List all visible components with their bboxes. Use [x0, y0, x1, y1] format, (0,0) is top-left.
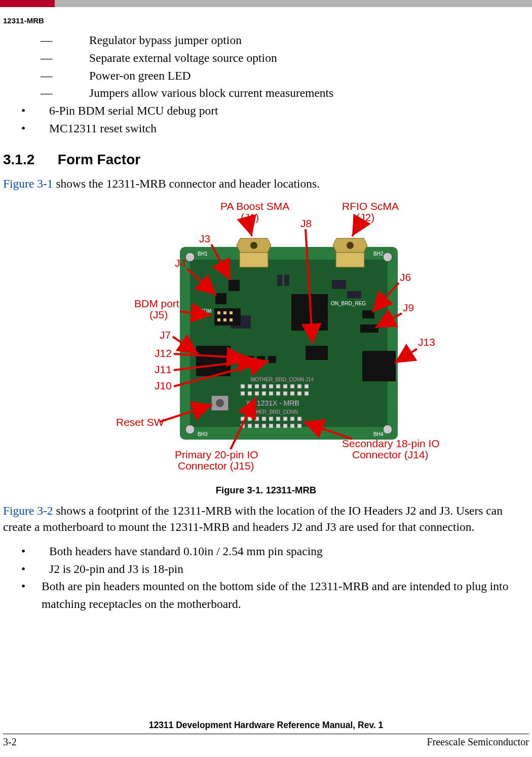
- bullet-mark: •: [3, 120, 49, 137]
- reset-switch-icon: [211, 395, 229, 411]
- svg-text:BH4: BH4: [373, 431, 384, 437]
- list-text: MC12311 reset switch: [49, 120, 157, 137]
- svg-rect-61: [290, 391, 294, 395]
- svg-line-92: [395, 349, 417, 363]
- list-text: Both are pin headers mounted on the bott…: [42, 578, 529, 613]
- svg-line-84: [248, 223, 252, 236]
- list-item: • Both are pin headers mounted on the bo…: [3, 578, 529, 613]
- svg-rect-45: [248, 384, 252, 388]
- svg-rect-78: [262, 424, 266, 428]
- svg-rect-52: [297, 384, 301, 388]
- bullet-mark: •: [3, 560, 49, 578]
- svg-rect-44: [241, 384, 245, 388]
- list-item: • Both headers have standard 0.10in / 2.…: [3, 543, 529, 560]
- dash-mark: —: [3, 84, 89, 102]
- svg-rect-57: [262, 391, 266, 395]
- page-footer: 12311 Development Hardware Reference Man…: [3, 720, 529, 748]
- svg-rect-70: [269, 417, 273, 421]
- label-j9: J9: [403, 302, 414, 313]
- paragraph-text: shows a footprint of the 12311-MRB with …: [3, 504, 503, 533]
- list-item: — Jumpers allow various block current me…: [3, 84, 529, 102]
- svg-rect-17: [277, 275, 282, 286]
- svg-rect-80: [276, 424, 280, 428]
- svg-rect-77: [255, 424, 259, 428]
- svg-rect-48: [269, 384, 273, 388]
- label-j13: J13: [418, 336, 435, 348]
- sma-j2: [333, 238, 367, 267]
- bullet-list-top: • 6-Pin BDM serial MCU debug port • MC12…: [3, 102, 529, 137]
- list-text: J2 is 20-pin and J3 is 18-pin: [49, 560, 183, 578]
- label-j8: J8: [300, 218, 312, 229]
- figure-reference-link[interactable]: Figure 3-1: [3, 177, 53, 190]
- footer-rule: [3, 734, 529, 734]
- label-j10: J10: [155, 380, 172, 391]
- label-bdm: BDM port: [134, 298, 179, 309]
- svg-rect-23: [215, 293, 226, 304]
- dash-mark: —: [3, 49, 89, 67]
- board-diagram: BH1 BH2 BH3 BH4: [79, 199, 453, 483]
- svg-rect-54: [241, 391, 245, 395]
- svg-rect-68: [255, 417, 259, 421]
- svg-point-4: [185, 425, 195, 434]
- label-j3: J3: [199, 233, 210, 244]
- list-item: • MC12311 reset switch: [3, 120, 529, 137]
- svg-point-15: [347, 242, 354, 249]
- label-primary: Primary 20-pin IO: [175, 449, 258, 460]
- figure-3-1: BH1 BH2 BH3 BH4: [3, 199, 529, 496]
- svg-rect-67: [248, 417, 252, 421]
- svg-rect-18: [284, 275, 289, 286]
- svg-rect-83: [297, 424, 301, 428]
- svg-point-12: [250, 242, 257, 249]
- dash-list: — Regulator bypass jumper option — Separ…: [3, 31, 529, 102]
- svg-rect-33: [360, 325, 378, 333]
- svg-rect-69: [262, 417, 266, 421]
- label-reset: Reset SW: [116, 416, 164, 428]
- svg-rect-47: [262, 384, 266, 388]
- bullet-list-bottom: • Both headers have standard 0.10in / 2.…: [3, 543, 529, 613]
- svg-rect-50: [283, 384, 287, 388]
- svg-rect-24: [214, 308, 241, 326]
- svg-point-3: [383, 253, 392, 262]
- svg-rect-27: [230, 311, 233, 314]
- svg-rect-19: [332, 280, 346, 289]
- list-item: • 6-Pin BDM serial MCU debug port: [3, 102, 529, 120]
- list-item: — Regulator bypass jumper option: [3, 31, 529, 49]
- label-j11: J11: [155, 364, 172, 375]
- svg-rect-74: [297, 417, 301, 421]
- label-j6: J6: [400, 271, 411, 283]
- svg-rect-55: [248, 391, 252, 395]
- top-bar: [0, 0, 532, 7]
- svg-text:MOTHER_BRD_CONN J14: MOTHER_BRD_CONN J14: [251, 377, 314, 382]
- label-secondary-sub: Connector (J14): [352, 449, 429, 460]
- svg-line-85: [352, 223, 360, 236]
- label-secondary: Secondary 18-pin IO: [342, 438, 440, 449]
- label-j12: J12: [155, 347, 172, 359]
- svg-rect-56: [255, 391, 259, 395]
- sma-j1: [237, 238, 271, 267]
- svg-rect-79: [269, 424, 273, 428]
- label-rfio-sub: (J2): [356, 211, 374, 223]
- list-text: Separate external voltage source option: [89, 49, 277, 67]
- svg-rect-35: [306, 346, 328, 360]
- svg-rect-62: [297, 391, 301, 395]
- top-bar-accent: [0, 0, 55, 7]
- label-primary-sub: Connector (J15): [178, 460, 254, 472]
- svg-rect-73: [290, 417, 294, 421]
- svg-rect-81: [283, 424, 287, 428]
- svg-text:BDM: BDM: [200, 308, 211, 314]
- list-text: Power-on green LED: [89, 67, 191, 85]
- bullet-mark: •: [3, 578, 42, 613]
- footer-doc-title: 12311 Development Hardware Reference Man…: [3, 720, 529, 731]
- svg-rect-22: [229, 280, 240, 291]
- label-bdm-sub: (J5): [149, 309, 168, 320]
- figure-reference-link[interactable]: Figure 3-2: [3, 504, 53, 517]
- svg-marker-37: [362, 351, 396, 381]
- svg-text:ON_BRD_REG: ON_BRD_REG: [331, 301, 366, 306]
- label-pa-boost: PA Boost SMA: [220, 200, 289, 212]
- page-number: 3-2: [3, 736, 17, 748]
- paragraph-text: shows the 12311-MRB connector and header…: [53, 177, 320, 190]
- svg-rect-58: [269, 391, 273, 395]
- svg-rect-20: [347, 291, 361, 298]
- svg-rect-59: [276, 391, 280, 395]
- label-rfio: RFIO ScMA: [342, 200, 399, 212]
